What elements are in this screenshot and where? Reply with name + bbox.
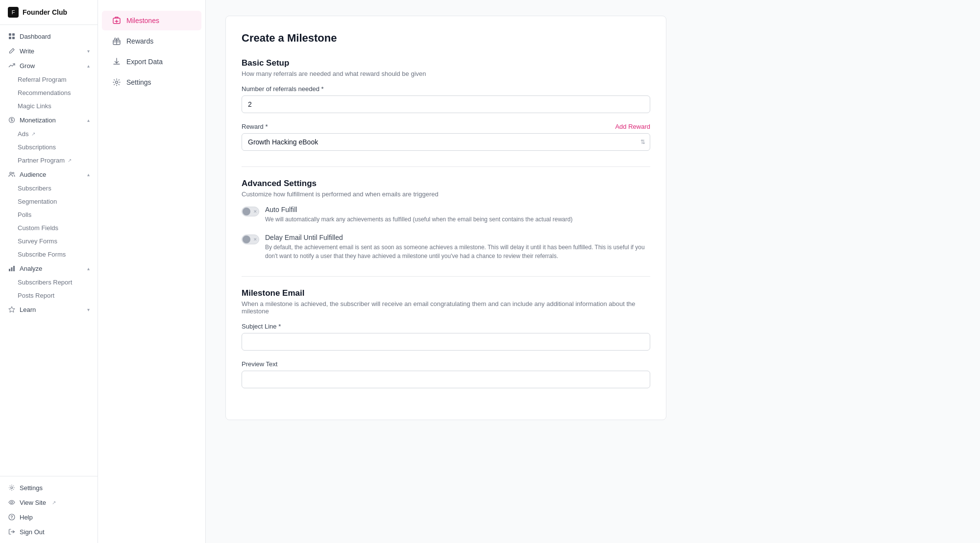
secondary-nav-export[interactable]: Export Data xyxy=(102,52,201,71)
svg-point-14 xyxy=(11,518,12,519)
advanced-settings-title: Advanced Settings xyxy=(242,179,650,189)
learn-chevron: ▾ xyxy=(87,307,90,312)
svg-point-12 xyxy=(11,501,13,503)
delay-email-x-icon: ✕ xyxy=(253,237,257,242)
eye-icon xyxy=(8,498,16,506)
auto-fulfill-desc: We will automatically mark any achieveme… xyxy=(265,215,572,224)
learn-label: Learn xyxy=(20,306,36,313)
dashboard-label: Dashboard xyxy=(20,33,51,40)
analyze-label: Analyze xyxy=(20,265,42,272)
sidebar-item-write[interactable]: Write ▾ xyxy=(0,44,98,58)
milestone-email-section: Milestone Email When a milestone is achi… xyxy=(242,288,650,388)
sidebar-item-view-site[interactable]: View Site ↗ xyxy=(0,495,98,510)
sidebar-item-subscriptions[interactable]: Subscriptions xyxy=(0,141,98,154)
pen-icon xyxy=(8,47,16,55)
auto-fulfill-label: Auto Fulfill xyxy=(265,206,572,213)
svg-rect-1 xyxy=(12,33,15,36)
audience-label: Audience xyxy=(20,171,46,178)
auto-fulfill-text: Auto Fulfill We will automatically mark … xyxy=(265,206,572,224)
sidebar-item-sign-out[interactable]: Sign Out xyxy=(0,524,98,539)
sidebar-item-help[interactable]: Help xyxy=(0,510,98,524)
reward-select[interactable]: Growth Hacking eBook xyxy=(242,133,650,151)
bar-chart-icon xyxy=(8,264,16,272)
sidebar-item-learn[interactable]: Learn ▾ xyxy=(0,302,98,317)
page-title: Create a Milestone xyxy=(242,32,650,45)
write-label: Write xyxy=(20,47,34,55)
secondary-nav-milestones[interactable]: Milestones xyxy=(102,11,201,30)
view-site-label: View Site xyxy=(20,499,46,506)
subject-line-form-group: Subject Line * xyxy=(242,323,650,351)
audience-chevron: ▴ xyxy=(87,172,90,177)
sidebar-item-custom-fields[interactable]: Custom Fields xyxy=(0,221,98,235)
preview-text-input[interactable] xyxy=(242,371,650,388)
sidebar-item-magic-links[interactable]: Magic Links xyxy=(0,99,98,113)
sidebar-item-monetization[interactable]: Monetization ▴ xyxy=(0,113,98,127)
basic-setup-desc: How many referrals are needed and what r… xyxy=(242,70,650,77)
export-label: Export Data xyxy=(126,58,163,66)
sidebar-item-polls[interactable]: Polls xyxy=(0,208,98,221)
sidebar-item-dashboard[interactable]: Dashboard xyxy=(0,29,98,44)
monetization-chevron: ▴ xyxy=(87,118,90,123)
secondary-nav-rewards[interactable]: Rewards xyxy=(102,31,201,51)
reward-label-row: Reward * Add Reward xyxy=(242,123,650,130)
svg-rect-9 xyxy=(13,266,15,271)
help-label: Help xyxy=(20,514,33,521)
sidebar-item-subscribe-forms[interactable]: Subscribe Forms xyxy=(0,248,98,261)
reward-form-group: Reward * Add Reward Growth Hacking eBook xyxy=(242,123,650,151)
sidebar-item-survey-forms[interactable]: Survey Forms xyxy=(0,235,98,248)
sidebar-item-analyze[interactable]: Analyze ▴ xyxy=(0,261,98,276)
sidebar-item-partner-program[interactable]: Partner Program ↗ xyxy=(0,154,98,167)
sign-out-label: Sign Out xyxy=(20,528,45,536)
svg-point-11 xyxy=(11,487,13,489)
content-card: Create a Milestone Basic Setup How many … xyxy=(225,16,666,420)
sidebar-item-posts-report[interactable]: Posts Report xyxy=(0,289,98,302)
sidebar-item-subscribers-report[interactable]: Subscribers Report xyxy=(0,276,98,289)
svg-point-18 xyxy=(116,81,118,84)
auto-fulfill-toggle[interactable]: ✕ xyxy=(242,207,259,216)
sidebar-nav: Dashboard Write ▾ Grow ▴ Referral Progra… xyxy=(0,25,98,476)
delay-email-toggle[interactable]: ✕ xyxy=(242,235,259,244)
sidebar-item-subscribers[interactable]: Subscribers xyxy=(0,182,98,195)
svg-marker-10 xyxy=(9,307,15,312)
delay-email-text: Delay Email Until Fulfilled By default, … xyxy=(265,234,650,260)
svg-rect-7 xyxy=(9,269,10,271)
sidebar-item-ads[interactable]: Ads ↗ xyxy=(0,127,98,141)
ads-external-icon: ↗ xyxy=(31,131,35,137)
auto-fulfill-toggle-item: ✕ Auto Fulfill We will automatically mar… xyxy=(242,206,650,224)
secondary-nav-settings[interactable]: Settings xyxy=(102,72,201,92)
svg-rect-3 xyxy=(12,37,15,39)
sidebar-item-segmentation[interactable]: Segmentation xyxy=(0,195,98,208)
sidebar-item-grow[interactable]: Grow ▴ xyxy=(0,58,98,73)
preview-text-label-text: Preview Text xyxy=(242,360,277,368)
settings-icon xyxy=(112,77,122,87)
add-reward-link[interactable]: Add Reward xyxy=(615,123,650,130)
sidebar-item-referral-program[interactable]: Referral Program xyxy=(0,73,98,86)
sidebar-item-settings-bottom[interactable]: Settings xyxy=(0,480,98,495)
referrals-input[interactable] xyxy=(242,95,650,113)
basic-setup-title: Basic Setup xyxy=(242,58,650,68)
sidebar: F Founder Club Dashboard Write ▾ Grow ▴ xyxy=(0,0,98,543)
sidebar-item-audience[interactable]: Audience ▴ xyxy=(0,167,98,182)
brand: F Founder Club xyxy=(0,0,98,25)
main-content: Create a Milestone Basic Setup How many … xyxy=(206,0,980,543)
trending-icon xyxy=(8,62,16,70)
auto-fulfill-x-icon: ✕ xyxy=(253,209,257,214)
delay-email-row: ✕ Delay Email Until Fulfilled By default… xyxy=(242,234,650,260)
view-site-external-icon: ↗ xyxy=(52,500,56,505)
sidebar-item-recommendations[interactable]: Recommendations xyxy=(0,86,98,99)
milestone-email-title: Milestone Email xyxy=(242,288,650,298)
grow-chevron: ▴ xyxy=(87,63,90,69)
delay-email-toggle-item: ✕ Delay Email Until Fulfilled By default… xyxy=(242,234,650,260)
advanced-settings-desc: Customize how fulfillment is performed a… xyxy=(242,190,650,198)
reward-label-text: Reward * xyxy=(242,123,268,130)
rewards-label: Rewards xyxy=(126,37,153,45)
svg-rect-2 xyxy=(9,37,11,39)
subject-line-label: Subject Line * xyxy=(242,323,650,330)
brand-name: Founder Club xyxy=(23,8,67,16)
svg-point-5 xyxy=(10,172,12,174)
grow-label: Grow xyxy=(20,62,35,70)
svg-rect-8 xyxy=(11,267,13,271)
reward-select-wrapper: Growth Hacking eBook xyxy=(242,133,650,151)
subject-line-input[interactable] xyxy=(242,333,650,351)
referrals-required-star: * xyxy=(321,85,324,93)
